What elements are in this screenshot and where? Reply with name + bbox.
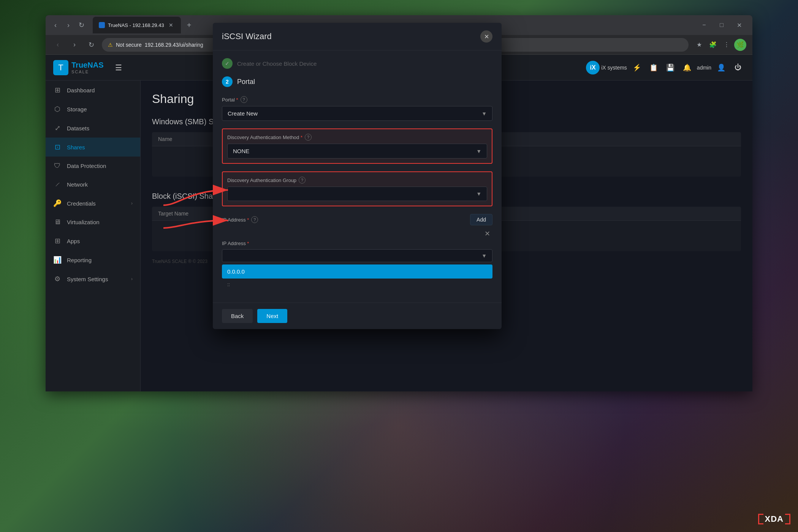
discovery-auth-group-label-text: Discovery Authentication Group bbox=[227, 177, 296, 183]
logo-truenas: TrueNAS bbox=[71, 61, 103, 70]
address-actions: ★ 🧩 ⋮ 🌿 bbox=[693, 39, 746, 51]
sidebar-item-data-protection[interactable]: 🛡 Data Protection bbox=[46, 157, 140, 175]
remove-ip-btn[interactable]: ✕ bbox=[482, 228, 492, 239]
sidebar-label-datasets: Datasets bbox=[67, 125, 89, 131]
sidebar-item-credentials[interactable]: 🔑 Credentials › bbox=[46, 194, 140, 213]
security-icon: ⚠ bbox=[108, 42, 113, 48]
credentials-icon: 🔑 bbox=[53, 199, 62, 207]
discovery-auth-group-help-icon[interactable]: ? bbox=[299, 177, 306, 184]
wizard-body: ✓ Create or Choose Block Device 2 Portal… bbox=[213, 51, 502, 302]
profile-btn[interactable]: 🌿 bbox=[734, 39, 746, 51]
sidebar-label-data-protection: Data Protection bbox=[67, 163, 106, 169]
logo-scale: SCALE bbox=[71, 70, 103, 74]
connect-icon-btn[interactable]: ⚡ bbox=[630, 61, 644, 74]
virtualization-icon: 🖥 bbox=[53, 218, 62, 226]
step2-label: Portal bbox=[237, 78, 255, 86]
extensions-btn[interactable]: 🧩 bbox=[707, 39, 719, 51]
refresh-btn[interactable]: ↻ bbox=[76, 20, 87, 30]
shares-icon: ⊡ bbox=[53, 143, 62, 151]
minimize-btn[interactable]: − bbox=[695, 19, 713, 31]
reload-btn[interactable]: ↻ bbox=[85, 39, 97, 51]
truenas-logo: T TrueNAS SCALE bbox=[53, 60, 103, 75]
xda-text: XDA bbox=[765, 514, 784, 524]
ip-selected-value: 0.0.0.0 bbox=[222, 264, 492, 279]
sidebar: ⊞ Dashboard ⬡ Storage ⤢ Datasets ⊡ Share… bbox=[46, 81, 141, 391]
storage-icon-btn[interactable]: 💾 bbox=[663, 61, 677, 74]
portal-select[interactable]: Create New ▼ bbox=[222, 106, 492, 121]
logo-true: True bbox=[71, 61, 87, 69]
portal-help-icon[interactable]: ? bbox=[241, 96, 247, 103]
sidebar-item-virtualization[interactable]: 🖥 Virtualization bbox=[46, 213, 140, 231]
ix-logo: iX iX systems bbox=[586, 61, 627, 74]
new-tab-btn[interactable]: + bbox=[184, 20, 195, 30]
add-ip-btn[interactable]: Add bbox=[470, 214, 492, 225]
step1-completed: ✓ Create or Choose Block Device bbox=[222, 58, 492, 69]
data-protection-icon: 🛡 bbox=[53, 162, 62, 170]
tab-close-btn[interactable]: ✕ bbox=[167, 21, 175, 29]
discovery-auth-method-label: Discovery Authentication Method ? bbox=[227, 134, 487, 141]
sidebar-label-shares: Shares bbox=[67, 144, 85, 150]
sidebar-item-shares[interactable]: ⊡ Shares bbox=[46, 138, 140, 157]
forward-nav-btn[interactable]: › bbox=[63, 20, 74, 30]
sidebar-label-storage: Storage bbox=[67, 106, 87, 112]
reporting-icon: 📊 bbox=[53, 256, 62, 264]
more-btn[interactable]: ⋮ bbox=[720, 39, 733, 51]
system-settings-icon: ⚙ bbox=[53, 275, 62, 283]
maximize-btn[interactable]: □ bbox=[713, 19, 730, 31]
back-btn[interactable]: ‹ bbox=[52, 39, 64, 51]
wizard-close-btn[interactable]: ✕ bbox=[480, 30, 492, 43]
sidebar-item-system-settings[interactable]: ⚙ System Settings › bbox=[46, 269, 140, 288]
sidebar-item-dashboard[interactable]: ⊞ Dashboard bbox=[46, 81, 140, 100]
power-btn[interactable]: ⏻ bbox=[731, 61, 745, 74]
discovery-auth-method-help-icon[interactable]: ? bbox=[305, 134, 312, 141]
sidebar-label-virtualization: Virtualization bbox=[67, 219, 100, 225]
bell-icon-btn[interactable]: 🔔 bbox=[680, 61, 694, 74]
portal-value: Create New bbox=[228, 110, 258, 117]
tab-favicon-icon bbox=[99, 22, 105, 28]
discovery-auth-method-value: NONE bbox=[233, 148, 249, 154]
close-btn[interactable]: ✕ bbox=[730, 19, 748, 31]
ip-select-arrow-icon: ▼ bbox=[481, 253, 487, 259]
next-btn[interactable]: Next bbox=[257, 309, 287, 323]
security-label: Not secure bbox=[116, 42, 142, 48]
sidebar-label-dashboard: Dashboard bbox=[67, 87, 95, 93]
sidebar-label-network: Network bbox=[67, 181, 88, 188]
discovery-auth-group-arrow-icon: ▼ bbox=[476, 191, 481, 197]
ip-remove: ✕ bbox=[222, 228, 492, 239]
clipboard-icon-btn[interactable]: 📋 bbox=[647, 61, 660, 74]
sidebar-label-system-settings: System Settings bbox=[67, 276, 108, 282]
storage-icon: ⬡ bbox=[53, 105, 62, 113]
ip-entry: ✕ IP Address ▼ 0.0.0.0 :: bbox=[222, 228, 492, 289]
ip-address-select[interactable]: ▼ bbox=[222, 249, 492, 262]
admin-avatar-btn[interactable]: 👤 bbox=[714, 61, 728, 74]
discovery-auth-group-select[interactable]: ▼ bbox=[227, 187, 487, 201]
ip-help-icon[interactable]: ? bbox=[251, 216, 258, 223]
window-controls: − □ ✕ bbox=[695, 19, 748, 31]
sidebar-item-apps[interactable]: ⊞ Apps bbox=[46, 231, 140, 250]
xda-bracket-left bbox=[758, 514, 763, 524]
sidebar-item-datasets[interactable]: ⤢ Datasets bbox=[46, 119, 140, 138]
discovery-auth-method-label-text: Discovery Authentication Method bbox=[227, 135, 302, 140]
discovery-auth-method-arrow-icon: ▼ bbox=[476, 148, 481, 154]
address-url: 192.168.29.43/ui/sharing bbox=[145, 42, 203, 48]
wizard-footer: Back Next bbox=[213, 302, 502, 329]
discovery-auth-method-group-highlighted: Discovery Authentication Method ? NONE ▼ bbox=[222, 128, 492, 164]
sidebar-item-reporting[interactable]: 📊 Reporting bbox=[46, 250, 140, 269]
browser-tab[interactable]: TrueNAS - 192.168.29.43 ✕ bbox=[93, 17, 181, 33]
wizard-header: iSCSI Wizard ✕ bbox=[213, 23, 502, 51]
nav-controls: ‹ › ↻ bbox=[50, 20, 87, 30]
dashboard-icon: ⊞ bbox=[53, 86, 62, 94]
discovery-auth-method-select[interactable]: NONE ▼ bbox=[227, 144, 487, 158]
hamburger-btn[interactable]: ☰ bbox=[111, 60, 126, 75]
back-btn[interactable]: Back bbox=[222, 309, 253, 323]
step2-number: 2 bbox=[222, 76, 233, 87]
ip-address2-label-text: IP Address bbox=[222, 241, 249, 246]
sidebar-item-storage[interactable]: ⬡ Storage bbox=[46, 100, 140, 119]
discovery-auth-group-group-highlighted: Discovery Authentication Group ? ▼ bbox=[222, 171, 492, 206]
back-nav-btn[interactable]: ‹ bbox=[50, 20, 61, 30]
bookmark-icon[interactable]: ★ bbox=[693, 39, 705, 51]
sidebar-item-network[interactable]: ⟋ Network bbox=[46, 175, 140, 194]
browser-window: ‹ › ↻ TrueNAS - 192.168.29.43 ✕ + − □ ✕ … bbox=[46, 15, 752, 391]
sidebar-label-credentials: Credentials bbox=[67, 200, 96, 207]
forward-btn[interactable]: › bbox=[68, 39, 81, 51]
